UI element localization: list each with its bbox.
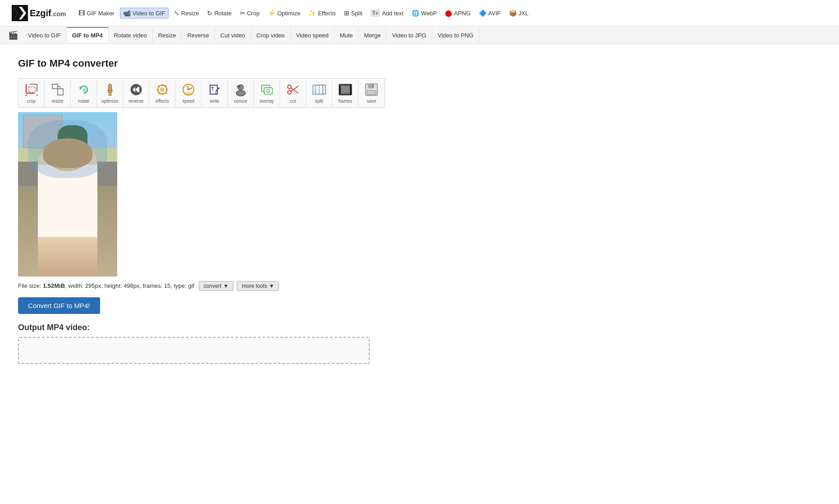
svg-rect-77 [347,93,348,95]
nav-resize[interactable]: ⤡Resize [171,8,202,18]
gif-preview [18,112,117,277]
overlay-icon [260,82,274,97]
frames-value: 15 [164,282,170,289]
tool-split[interactable]: split [306,79,332,107]
tool-speed[interactable]: rpm speed [175,79,202,107]
video-tools-navigation: 🎬 Video to GIF GIF to MP4 Rotate video R… [0,27,839,44]
video-nav-icon: 🎬 [4,27,23,44]
tab-video-to-png[interactable]: Video to PNG [432,28,479,43]
nav-gif-maker[interactable]: 🎞GIF Maker [76,8,117,18]
height-value: 498px [124,282,139,289]
tool-reverse[interactable]: reverse [123,79,149,107]
nav-video-to-gif[interactable]: 📹Video to GIF [120,8,169,18]
tool-effects[interactable]: effects [149,79,175,107]
tab-gif-to-mp4[interactable]: GIF to MP4 [67,27,109,43]
frames-icon [338,82,353,97]
svg-line-39 [188,86,188,90]
svg-rect-70 [345,84,346,86]
svg-rect-78 [349,93,350,95]
svg-line-38 [188,88,192,90]
effects-icon [155,82,170,97]
more-tools-arrow: ▼ [269,283,275,289]
tool-effects-label: effects [156,99,169,104]
logo[interactable]: Ezgif.com [9,4,69,23]
svg-rect-48 [237,86,240,87]
svg-point-27 [160,87,165,92]
nav-optimize[interactable]: ⚡Optimize [265,8,303,18]
cut-icon [286,82,300,97]
convert-dropdown-button[interactable]: convert ▼ [199,281,234,291]
tool-overlay-label: overlay [260,99,274,104]
tab-resize[interactable]: Resize [153,28,182,43]
nav-effects[interactable]: ✨Effects [306,8,339,18]
frames-label: , frames: [140,282,164,289]
tab-merge[interactable]: Merge [359,28,387,43]
tab-rotate-video[interactable]: Rotate video [109,28,153,43]
svg-rect-76 [345,93,346,95]
censor-icon [234,82,248,97]
tool-optimize[interactable]: optimize [97,79,123,107]
nav-rotate[interactable]: ↻Rotate [204,8,234,18]
file-size-value: 1.52MiB [43,282,65,289]
tool-speed-label: speed [182,99,194,104]
nav-crop[interactable]: ✂Crop [237,8,262,18]
tool-rotate[interactable]: rotate [71,79,97,107]
tab-cut-video[interactable]: Cut video [215,28,251,43]
nav-jxl[interactable]: 📦JXL [506,8,531,18]
tool-cut-label: cut [290,99,296,104]
nav-split[interactable]: ⊞Split [341,8,365,18]
svg-rect-73 [340,93,341,95]
speed-icon: rpm [181,82,196,97]
svg-point-47 [236,91,245,96]
svg-marker-9 [36,94,38,96]
more-tools-button[interactable]: more tools ▼ [237,281,279,291]
svg-rect-67 [340,84,341,86]
svg-rect-71 [347,84,348,86]
tab-video-speed[interactable]: Video speed [291,28,335,43]
tool-crop[interactable]: crop [18,79,45,107]
svg-rect-72 [349,84,350,86]
tool-optimize-label: optimize [101,99,118,104]
type-label: , type: [170,282,188,289]
reverse-icon [129,82,143,97]
tool-save[interactable]: save [358,79,385,107]
tool-overlay[interactable]: overlay [254,79,280,107]
tool-cut[interactable]: cut [280,79,306,107]
tab-mute[interactable]: Mute [335,28,359,43]
tab-reverse[interactable]: Reverse [182,28,215,43]
nav-add-text[interactable]: T+Add text [368,8,406,18]
convert-gif-to-mp4-button[interactable]: Convert GIF to MP4! [18,297,100,314]
tool-censor[interactable]: censor [228,79,254,107]
logo-icon [12,5,28,21]
tool-write[interactable]: T write [202,79,228,107]
tool-frames[interactable]: frames [332,79,358,107]
svg-rect-69 [344,84,344,86]
page-title: GIF to MP4 converter [18,58,523,69]
convert-dropdown-arrow: ▼ [223,283,229,289]
height-label: , height: [101,282,124,289]
more-tools-label: more tools [242,283,267,289]
tab-video-to-jpg[interactable]: Video to JPG [386,28,432,43]
tool-save-label: save [367,99,376,104]
output-video-container [18,337,370,364]
output-title: Output MP4 video: [18,323,523,332]
tab-video-to-gif[interactable]: Video to GIF [23,28,67,43]
tab-crop-video[interactable]: Crop video [251,28,291,43]
file-info: File size: 1.52MiB, width: 295px, height… [18,281,523,291]
split-icon [312,82,326,97]
tool-censor-label: censor [234,99,248,104]
tool-resize[interactable]: resize [45,79,71,107]
nav-avif[interactable]: 🔷AVIF [476,8,504,18]
svg-marker-8 [25,94,27,96]
nav-webp[interactable]: 🌐WebP [409,8,440,18]
file-size-label: File size: [18,282,43,289]
nav-apng[interactable]: ⬤APNG [442,8,473,18]
svg-text:rpm: rpm [186,91,191,95]
tool-resize-label: resize [51,99,64,104]
svg-rect-11 [58,89,63,95]
svg-rect-16 [83,88,86,92]
tool-split-label: split [315,99,323,104]
svg-rect-74 [342,93,343,95]
width-value: 295px [85,282,101,289]
svg-rect-75 [344,93,344,95]
